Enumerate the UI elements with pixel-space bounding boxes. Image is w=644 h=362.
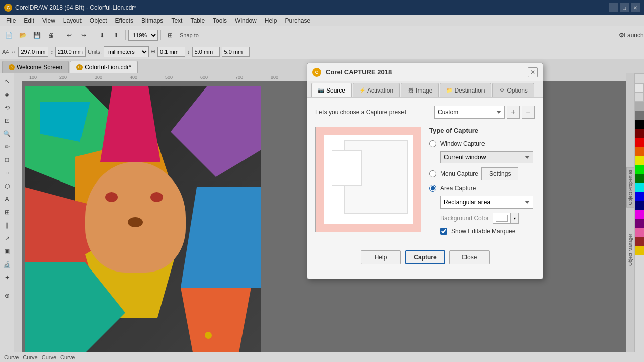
menu-capture-radio[interactable] bbox=[429, 170, 436, 177]
preset-minus-button[interactable]: − bbox=[522, 106, 535, 119]
capture-preview bbox=[315, 127, 421, 232]
menu-capture-row: Menu Capture Settings bbox=[429, 167, 535, 180]
dialog-icon: C bbox=[312, 68, 321, 77]
preset-add-button[interactable]: + bbox=[507, 106, 520, 119]
area-capture-radio[interactable] bbox=[429, 185, 436, 192]
tab-activation[interactable]: ⚡ Activation bbox=[353, 83, 400, 97]
preset-select-wrapper: Custom Full Screen Window Area + − bbox=[434, 106, 535, 119]
preset-select[interactable]: Custom Full Screen Window Area bbox=[434, 106, 505, 119]
area-capture-select-row: Rectangular area Elliptical area Freehan… bbox=[440, 196, 535, 209]
dialog-tabs: 📷 Source ⚡ Activation 🖼 Image 📁 Destinat… bbox=[307, 81, 543, 98]
preview-inner bbox=[324, 135, 413, 224]
tab-options[interactable]: ⚙ Options bbox=[492, 83, 534, 97]
capture-button[interactable]: Capture bbox=[405, 250, 445, 264]
options-tab-icon: ⚙ bbox=[499, 87, 505, 94]
background-color-dropdown[interactable]: ▾ bbox=[511, 213, 519, 224]
dialog-main-content: Type of Capture Window Capture Current w… bbox=[315, 127, 535, 239]
image-tab-icon: 🖼 bbox=[408, 87, 414, 94]
preset-label: Lets you choose a Capture preset bbox=[315, 109, 434, 116]
preset-row: Lets you choose a Capture preset Custom … bbox=[315, 106, 535, 119]
close-dialog-button[interactable]: Close bbox=[449, 250, 490, 264]
area-capture-select[interactable]: Rectangular area Elliptical area Freehan… bbox=[440, 196, 533, 209]
dialog-title: Corel CAPTURE 2018 bbox=[326, 68, 528, 76]
area-capture-label[interactable]: Area Capture bbox=[440, 185, 476, 192]
background-color-row: Background Color ▾ bbox=[440, 213, 535, 224]
dialog-title-bar: C Corel CAPTURE 2018 ✕ bbox=[307, 63, 543, 81]
app-window: C CorelDRAW 2018 (64-Bit) - Colorful-Lio… bbox=[0, 0, 644, 362]
destination-tab-icon: 📁 bbox=[446, 87, 452, 94]
dialog-overlay: C Corel CAPTURE 2018 ✕ 📷 Source ⚡ Activa… bbox=[0, 0, 644, 362]
menu-capture-label[interactable]: Menu Capture bbox=[440, 170, 478, 177]
dialog-footer: Help Capture Close bbox=[315, 244, 535, 270]
tab-destination[interactable]: 📁 Destination bbox=[440, 83, 491, 97]
tab-image[interactable]: 🖼 Image bbox=[401, 83, 439, 97]
menu-capture-settings-button[interactable]: Settings bbox=[481, 167, 518, 180]
type-of-capture-title: Type of Capture bbox=[429, 127, 535, 134]
color-swatch-white bbox=[496, 215, 508, 222]
window-capture-label[interactable]: Window Capture bbox=[440, 140, 485, 147]
background-color-picker[interactable] bbox=[493, 213, 511, 224]
activation-tab-label: Activation bbox=[367, 87, 393, 94]
show-marquee-row: Show Editable Marquee bbox=[440, 228, 535, 235]
window-capture-select[interactable]: Current window Active window All windows bbox=[440, 151, 533, 163]
show-marquee-checkbox[interactable] bbox=[440, 228, 447, 235]
help-button[interactable]: Help bbox=[361, 250, 401, 264]
background-color-label: Background Color bbox=[440, 215, 489, 222]
image-tab-label: Image bbox=[416, 87, 432, 94]
window-capture-radio[interactable] bbox=[429, 140, 436, 147]
dialog-body: Lets you choose a Capture preset Custom … bbox=[307, 98, 543, 279]
preview-white-box bbox=[332, 150, 362, 186]
area-capture-row: Area Capture bbox=[429, 185, 535, 192]
window-capture-select-row: Current window Active window All windows bbox=[440, 151, 535, 163]
options-tab-label: Options bbox=[507, 87, 527, 94]
tab-source[interactable]: 📷 Source bbox=[311, 83, 352, 97]
capture-dialog: C Corel CAPTURE 2018 ✕ 📷 Source ⚡ Activa… bbox=[307, 63, 543, 279]
dialog-close-button[interactable]: ✕ bbox=[528, 67, 538, 77]
window-capture-row: Window Capture bbox=[429, 140, 535, 147]
source-tab-label: Source bbox=[326, 87, 345, 94]
source-tab-icon: 📷 bbox=[318, 87, 324, 94]
activation-tab-icon: ⚡ bbox=[359, 87, 365, 94]
destination-tab-label: Destination bbox=[454, 87, 485, 94]
options-panel: Type of Capture Window Capture Current w… bbox=[429, 127, 535, 239]
show-marquee-label[interactable]: Show Editable Marquee bbox=[451, 228, 515, 235]
